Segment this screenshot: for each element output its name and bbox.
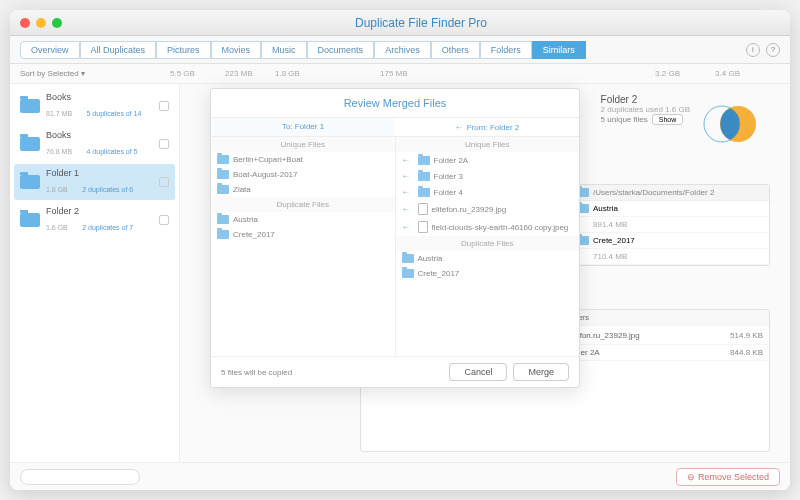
list-item[interactable]: Crete_2017	[396, 266, 580, 281]
remove-selected-button[interactable]: ⊖ Remove Selected	[676, 468, 780, 486]
sidebar-item-size: 76.8 MB	[46, 148, 72, 155]
list-item[interactable]: ←Folder 4	[396, 184, 580, 200]
tab-overview[interactable]: Overview	[20, 41, 80, 59]
list-item[interactable]: Berlin+Cupari+Boat	[211, 152, 395, 167]
tab-similars[interactable]: Similars	[532, 41, 586, 59]
list-item[interactable]: Zlata	[211, 182, 395, 197]
folder-icon	[20, 137, 40, 151]
folder-icon	[217, 170, 229, 179]
sidebar-item[interactable]: Books 81.7 MB 5 duplicates of 14	[14, 88, 175, 124]
tab-archives[interactable]: Archives	[374, 41, 431, 59]
sidebar-item-size: 1.6 GB	[46, 224, 68, 231]
folder-icon	[418, 172, 430, 181]
checkbox[interactable]	[159, 215, 169, 225]
info-icon[interactable]: i	[746, 43, 760, 57]
list-item[interactable]: ←field-clouds-sky-earth-46160 copy.jpeg	[396, 218, 580, 236]
list-item[interactable]: ←Folder 3	[396, 168, 580, 184]
checkbox[interactable]	[159, 177, 169, 187]
folder-icon	[402, 269, 414, 278]
close-icon[interactable]	[20, 18, 30, 28]
detail-folder-name: Folder 2	[601, 94, 690, 105]
arrow-left-icon: ←	[402, 171, 411, 181]
arrow-left-icon: ←	[402, 187, 411, 197]
list-item[interactable]: Crete_2017	[211, 227, 395, 242]
arrow-left-icon: ←	[455, 122, 464, 132]
subfolder-row[interactable]: Crete_2017	[571, 233, 769, 249]
list-item[interactable]: Boat-August-2017	[211, 167, 395, 182]
show-button[interactable]: Show	[652, 114, 684, 125]
size-pictures: 223 MB	[225, 69, 253, 78]
modal-left-col: Unique Files Berlin+Cupari+Boat Boat-Aug…	[211, 137, 396, 356]
merge-button[interactable]: Merge	[513, 363, 569, 381]
section-label: Duplicate Files	[396, 236, 580, 251]
category-tabs: Overview All Duplicates Pictures Movies …	[10, 36, 790, 64]
size-all: 5.5 GB	[170, 69, 195, 78]
sort-dropdown[interactable]: Sort by Selected ▾	[20, 69, 85, 78]
help-icon[interactable]: ?	[766, 43, 780, 57]
folder-icon	[217, 215, 229, 224]
sidebar-item-size: 1.8 GB	[46, 186, 68, 193]
sidebar-item-dup: 5 duplicates of 14	[87, 110, 142, 117]
tab-documents[interactable]: Documents	[307, 41, 375, 59]
checkbox[interactable]	[159, 101, 169, 111]
subfolder-name: Austria	[593, 204, 763, 213]
size-bar: Sort by Selected ▾ 5.5 GB 223 MB 1.8 GB …	[10, 64, 790, 84]
subfolder-size: 891.4 MB	[593, 220, 627, 229]
modal-title: Review Merged Files	[211, 89, 579, 117]
tab-music[interactable]: Music	[261, 41, 307, 59]
sidebar-item[interactable]: Folder 2 1.6 GB 2 duplicates of 7	[14, 202, 175, 238]
list-item[interactable]: ←Folder 2A	[396, 152, 580, 168]
folder-icon	[20, 175, 40, 189]
sidebar: Books 81.7 MB 5 duplicates of 14 Books 7…	[10, 84, 180, 462]
checkbox[interactable]	[159, 139, 169, 149]
traffic-lights	[20, 18, 62, 28]
arrow-left-icon: ←	[402, 204, 411, 214]
folder-icon	[217, 230, 229, 239]
subfolder-name: Crete_2017	[593, 236, 763, 245]
subfolder-row[interactable]: Austria	[571, 201, 769, 217]
sidebar-item-name: Folder 2	[46, 206, 159, 216]
folder-icon	[418, 188, 430, 197]
size-folders: 3.2 GB	[655, 69, 680, 78]
folders-header: folders	[559, 313, 709, 322]
app-title: Duplicate File Finder Pro	[62, 16, 780, 30]
list-item[interactable]: Austria	[211, 212, 395, 227]
folder-icon	[20, 99, 40, 113]
minimize-icon[interactable]	[36, 18, 46, 28]
modal-from-header: ←From: Folder 2	[395, 117, 579, 137]
folder-icon	[402, 254, 414, 263]
modal-status: 5 files will be copied	[221, 368, 443, 377]
list-item[interactable]: ←elitefon.ru_23929.jpg	[396, 200, 580, 218]
tab-folders[interactable]: Folders	[480, 41, 532, 59]
file-icon	[418, 203, 428, 215]
zoom-icon[interactable]	[52, 18, 62, 28]
tab-movies[interactable]: Movies	[211, 41, 262, 59]
folder-icon	[20, 213, 40, 227]
folder-icon	[217, 155, 229, 164]
sidebar-item-name: Books	[46, 130, 159, 140]
sidebar-item[interactable]: Books 76.8 MB 4 duplicates of 5	[14, 126, 175, 162]
arrow-left-icon: ←	[402, 222, 411, 232]
modal-right-col: Unique Files ←Folder 2A ←Folder 3 ←Folde…	[396, 137, 580, 356]
sidebar-item[interactable]: Folder 1 1.8 GB 2 duplicates of 6	[14, 164, 175, 200]
detail-unique: 5 unique files	[601, 115, 648, 124]
app-window: Duplicate File Finder Pro Overview All D…	[10, 10, 790, 490]
sidebar-item-name: Folder 1	[46, 168, 159, 178]
tab-pictures[interactable]: Pictures	[156, 41, 211, 59]
search-input[interactable]	[20, 469, 140, 485]
cancel-button[interactable]: Cancel	[449, 363, 507, 381]
size-similars: 3.4 GB	[715, 69, 740, 78]
tab-all-duplicates[interactable]: All Duplicates	[80, 41, 157, 59]
sidebar-item-dup: 4 duplicates of 5	[87, 148, 138, 155]
folder-icon	[217, 185, 229, 194]
titlebar: Duplicate File Finder Pro	[10, 10, 790, 36]
tab-others[interactable]: Others	[431, 41, 480, 59]
folder-icon	[418, 156, 430, 165]
venn-diagram-icon	[700, 94, 760, 154]
footer: ⊖ Remove Selected	[10, 462, 790, 490]
list-item[interactable]: Austria	[396, 251, 580, 266]
sidebar-item-dup: 2 duplicates of 7	[82, 224, 133, 231]
sidebar-item-size: 81.7 MB	[46, 110, 72, 117]
section-label: Unique Files	[211, 137, 395, 152]
detail-path: /Users/starka/Documents/Folder 2	[593, 188, 714, 197]
